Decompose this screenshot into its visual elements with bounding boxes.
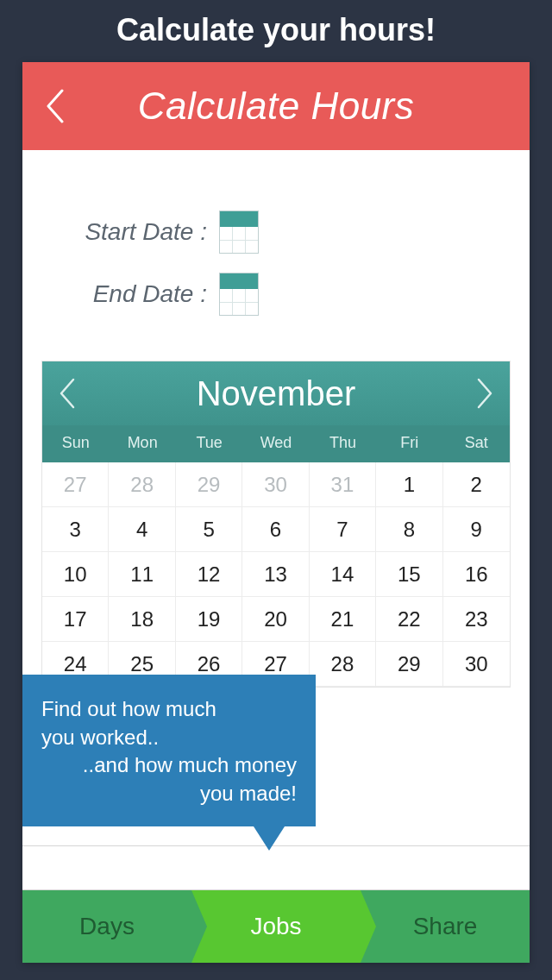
calendar-dow: Thu bbox=[310, 425, 376, 462]
calendar-day[interactable]: 29 bbox=[176, 462, 242, 507]
calendar-day[interactable]: 5 bbox=[176, 507, 242, 552]
calendar-day[interactable]: 12 bbox=[176, 552, 242, 597]
phone-screen: Calculate Hours Start Date : End Date : … bbox=[22, 62, 530, 963]
end-date-picker[interactable] bbox=[219, 273, 259, 316]
calendar-day[interactable]: 9 bbox=[443, 507, 510, 552]
calendar: November SunMonTueWedThuFriSat 272829303… bbox=[41, 361, 511, 688]
bottom-tabs: Days Jobs Share bbox=[22, 890, 530, 963]
page-title: Calculate Hours bbox=[45, 85, 507, 128]
calendar-dow: Wed bbox=[242, 425, 309, 462]
results-strip bbox=[22, 845, 530, 890]
callout-line: you made! bbox=[41, 780, 297, 807]
chevron-left-icon bbox=[45, 89, 66, 123]
calendar-day[interactable]: 23 bbox=[443, 597, 510, 642]
tab-days[interactable]: Days bbox=[22, 890, 191, 963]
calendar-dow: Sun bbox=[42, 425, 109, 462]
calendar-day[interactable]: 27 bbox=[42, 462, 109, 507]
app-frame: Calculate your hours! Calculate Hours St… bbox=[0, 0, 552, 980]
header-bar: Calculate Hours bbox=[22, 62, 530, 150]
tab-jobs[interactable]: Jobs bbox=[191, 890, 361, 963]
calendar-day[interactable]: 4 bbox=[109, 507, 175, 552]
start-date-picker[interactable] bbox=[219, 210, 259, 254]
calendar-day[interactable]: 11 bbox=[109, 552, 175, 597]
prev-month-button[interactable] bbox=[58, 378, 77, 409]
calendar-day[interactable]: 30 bbox=[242, 462, 309, 507]
date-range-section: Start Date : End Date : bbox=[22, 150, 530, 355]
calendar-day[interactable]: 10 bbox=[42, 552, 109, 597]
calendar-dow: Sat bbox=[443, 425, 510, 462]
callout-tail-icon bbox=[254, 826, 285, 851]
calendar-day[interactable]: 20 bbox=[242, 597, 309, 642]
calendar-grid: 2728293031123456789101112131415161718192… bbox=[42, 462, 510, 687]
back-button[interactable] bbox=[45, 89, 66, 123]
calendar-day[interactable]: 8 bbox=[376, 507, 442, 552]
end-date-row: End Date : bbox=[52, 273, 500, 316]
calendar-day[interactable]: 21 bbox=[310, 597, 376, 642]
calendar-day[interactable]: 17 bbox=[42, 597, 109, 642]
start-date-label: Start Date : bbox=[52, 218, 207, 246]
calendar-day[interactable]: 3 bbox=[42, 507, 109, 552]
calendar-day[interactable]: 2 bbox=[443, 462, 510, 507]
calendar-day[interactable]: 16 bbox=[443, 552, 510, 597]
calendar-day[interactable]: 22 bbox=[376, 597, 442, 642]
tab-share[interactable]: Share bbox=[361, 890, 530, 963]
calendar-dow-row: SunMonTueWedThuFriSat bbox=[42, 425, 510, 462]
start-date-row: Start Date : bbox=[52, 210, 500, 254]
calendar-day[interactable]: 18 bbox=[109, 597, 175, 642]
marketing-headline: Calculate your hours! bbox=[0, 0, 552, 64]
calendar-day[interactable]: 28 bbox=[310, 642, 376, 687]
calendar-day[interactable]: 13 bbox=[242, 552, 309, 597]
calendar-day[interactable]: 14 bbox=[310, 552, 376, 597]
calendar-month-label: November bbox=[77, 374, 475, 413]
chevron-left-icon bbox=[58, 378, 77, 409]
calendar-dow: Tue bbox=[176, 425, 242, 462]
calendar-dow: Mon bbox=[109, 425, 175, 462]
calendar-day[interactable]: 6 bbox=[242, 507, 309, 552]
calendar-header: November bbox=[42, 361, 510, 425]
calendar-day[interactable]: 31 bbox=[310, 462, 376, 507]
calendar-day[interactable]: 28 bbox=[109, 462, 175, 507]
calendar-day[interactable]: 19 bbox=[176, 597, 242, 642]
marketing-callout: Find out how much you worked.. ..and how… bbox=[22, 675, 316, 826]
calendar-day[interactable]: 30 bbox=[443, 642, 510, 687]
callout-line: Find out how much bbox=[41, 695, 297, 723]
callout-line: you worked.. bbox=[41, 724, 297, 751]
calendar-dow: Fri bbox=[376, 425, 442, 462]
chevron-right-icon bbox=[475, 378, 494, 409]
calendar-day[interactable]: 15 bbox=[376, 552, 442, 597]
next-month-button[interactable] bbox=[475, 378, 494, 409]
callout-line: ..and how much money bbox=[41, 751, 297, 779]
calendar-day[interactable]: 29 bbox=[376, 642, 442, 687]
calendar-day[interactable]: 1 bbox=[376, 462, 442, 507]
end-date-label: End Date : bbox=[52, 280, 207, 308]
calendar-day[interactable]: 7 bbox=[310, 507, 376, 552]
